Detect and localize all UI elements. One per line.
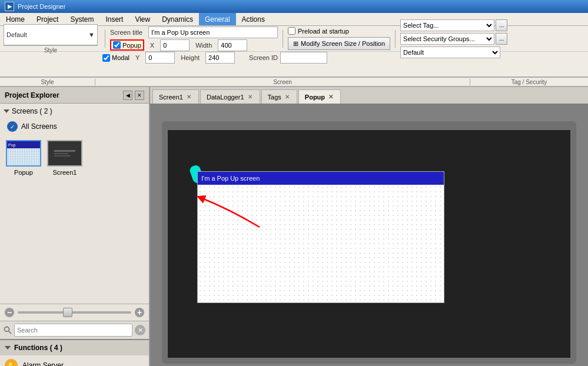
modify-icon: ⊞ [293, 40, 298, 48]
modify-screen-btn[interactable]: ⊞ Modify Screen Size / Position [288, 37, 390, 50]
modal-text: Modal [112, 54, 129, 61]
zoom-slider-section: − + [0, 304, 149, 321]
canvas-area: I'm a Pop Up screen [150, 104, 588, 366]
tab-popup-close[interactable]: ✕ [327, 94, 334, 101]
popup-thumb-content [7, 148, 40, 165]
security-groups-btn[interactable]: ... [496, 33, 507, 45]
popup-window[interactable]: I'm a Pop Up screen [197, 171, 444, 303]
app-logo: ▶ [5, 2, 14, 11]
tab-tags-close[interactable]: ✕ [284, 94, 291, 101]
panel-header-icons: ◀ ✕ [123, 91, 144, 100]
height-label: Height [181, 54, 200, 61]
popup-thumb-img: Pop [6, 140, 41, 167]
separator3 [395, 30, 396, 48]
all-screens-label: All Screens [21, 122, 57, 131]
search-icon [4, 326, 12, 334]
screen-title-label: Screen title [110, 29, 142, 36]
popup-label[interactable]: Popup [113, 41, 141, 49]
toolbar-row1: Default ▼ Style Screen title Popup [0, 26, 588, 52]
screen1-thumb[interactable]: Screen1 [47, 140, 82, 176]
svg-point-0 [5, 327, 9, 332]
menu-dynamics[interactable]: Dynamics [156, 13, 199, 25]
panel-pin-btn[interactable]: ◀ [123, 91, 132, 100]
screen1-thumb-img [47, 140, 82, 167]
section-labels-bar: Style Screen Tag / Security [0, 78, 588, 87]
menu-general[interactable]: General [199, 13, 236, 25]
style-section-bottom-label: Style [0, 79, 95, 85]
security-groups-dropdown[interactable]: Select Security Groups... [400, 33, 494, 45]
popup-thumb[interactable]: Pop Popup [6, 140, 41, 176]
preload-checkbox-label[interactable]: Preload at startup [288, 27, 390, 35]
menu-insert[interactable]: Insert [99, 13, 129, 25]
functions-section: Functions ( 4 ) 🔔 Alarm Server [0, 339, 149, 366]
functions-title: Functions ( 4 ) [14, 344, 62, 352]
popup-checkbox[interactable] [113, 41, 121, 49]
alarm-icon: 🔔 [5, 359, 18, 366]
menu-view[interactable]: View [129, 13, 156, 25]
toolbar: Default ▼ Style Screen title Popup [0, 26, 588, 78]
title-bar: ▶ Project Designer [0, 0, 588, 13]
search-input[interactable] [14, 324, 132, 337]
menu-actions[interactable]: Actions [236, 13, 271, 25]
collapse-arrow[interactable] [4, 109, 9, 113]
tab-tags-label: Tags [268, 94, 281, 101]
tab-popup[interactable]: Popup ✕ [298, 89, 341, 104]
screens-section: Screens ( 2 ) All Screens Pop Popup [0, 104, 149, 304]
popup-title-bar: I'm a Pop Up screen [198, 172, 444, 185]
popup-thumb-title: Pop [7, 141, 40, 148]
modal-checkbox[interactable] [102, 54, 110, 62]
tabs-bar: Screen1 ✕ DataLogger1 ✕ Tags ✕ Popup ✕ [150, 87, 588, 104]
preload-text: Preload at startup [298, 28, 349, 35]
tab-tags[interactable]: Tags ✕ [261, 89, 297, 104]
preload-checkbox[interactable] [288, 27, 295, 35]
panel-header: Project Explorer ◀ ✕ [0, 87, 149, 104]
modify-text: Modify Screen Size / Position [301, 40, 385, 47]
panel-title: Project Explorer [5, 91, 59, 99]
width-input[interactable] [218, 39, 247, 51]
device-screen: I'm a Pop Up screen [168, 130, 570, 358]
x-input[interactable] [160, 39, 190, 51]
style-value: Default [6, 31, 27, 38]
y-input[interactable] [145, 52, 175, 64]
tab-datalogger1[interactable]: DataLogger1 ✕ [200, 89, 260, 104]
style-arrow: ▼ [88, 31, 95, 38]
left-panel: Project Explorer ◀ ✕ Screens ( 2 ) All S… [0, 87, 150, 366]
zoom-plus-btn[interactable]: + [135, 308, 144, 317]
security-groups-row: Select Security Groups... ... [400, 33, 507, 45]
main-area: Project Explorer ◀ ✕ Screens ( 2 ) All S… [0, 87, 588, 366]
functions-collapse-arrow[interactable] [5, 346, 11, 350]
screen-id-label: Screen ID [249, 54, 278, 61]
tab-screen1-close[interactable]: ✕ [185, 94, 192, 101]
functions-header: Functions ( 4 ) [0, 340, 149, 355]
y-label: Y [135, 54, 139, 61]
width-label: Width [195, 42, 212, 49]
screen-id-input[interactable] [280, 52, 327, 64]
tab-datalogger1-close[interactable]: ✕ [247, 94, 254, 101]
popup-thumb-label: Popup [14, 169, 33, 176]
screens-title: Screens ( 2 ) [12, 107, 52, 115]
search-clear-btn[interactable]: ✕ [135, 325, 145, 335]
popup-content [198, 185, 444, 302]
select-tag-dropdown[interactable]: Select Tag... [400, 19, 494, 31]
screen-title-input[interactable] [148, 26, 278, 38]
zoom-minus-btn[interactable]: − [5, 308, 14, 317]
all-screens-row[interactable]: All Screens [4, 119, 145, 134]
select-tag-row: Select Tag... ... [400, 19, 507, 31]
popup-title-text: I'm a Pop Up screen [201, 175, 260, 182]
slider-track [18, 311, 131, 314]
modal-label[interactable]: Modal [102, 54, 129, 62]
popup-text: Popup [122, 42, 141, 49]
tab-screen1[interactable]: Screen1 ✕ [152, 89, 199, 104]
style-dropdown[interactable]: Default ▼ [4, 24, 98, 45]
svg-line-1 [9, 331, 11, 334]
x-label: X [150, 42, 154, 49]
screen1-thumb-label: Screen1 [53, 169, 77, 176]
height-input[interactable] [205, 52, 235, 64]
alarm-server-row[interactable]: 🔔 Alarm Server [0, 355, 149, 366]
panel-close-btn[interactable]: ✕ [135, 91, 144, 100]
title-bar-text: Project Designer [18, 3, 65, 10]
search-section: ✕ [0, 321, 149, 339]
slider-thumb[interactable] [63, 308, 72, 317]
tab-datalogger1-label: DataLogger1 [207, 94, 244, 101]
select-tag-btn[interactable]: ... [496, 19, 507, 31]
